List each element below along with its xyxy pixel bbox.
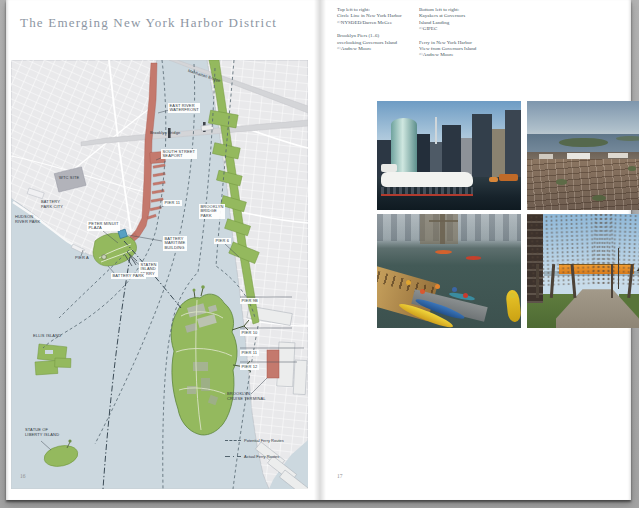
- warehouse-roof: [608, 153, 628, 158]
- map-label: PIER 10: [240, 330, 259, 336]
- caption-line: ©Andrew Moore: [419, 52, 497, 58]
- tugboat: [499, 174, 518, 181]
- person: [406, 280, 411, 285]
- caption-column-left: Top left to right:Circle Line in New Yor…: [337, 7, 415, 59]
- tugboat: [489, 177, 498, 181]
- park-patch: [556, 179, 568, 184]
- wheelhouse: [381, 164, 397, 172]
- rowhouse-blocks: [527, 159, 639, 210]
- photo-brooklyn-aerial: [527, 101, 639, 210]
- caption-block: Brooklyn Piers (1–6)overlooking Governor…: [337, 33, 415, 52]
- map-label: PIER 6: [214, 238, 231, 244]
- caption-column-right: Bottom left to right:Kayakers at Governo…: [419, 7, 497, 66]
- map-label: PIER A: [75, 256, 89, 261]
- scaffold-building: [420, 214, 457, 244]
- right-page: Top left to right:Circle Line in New Yor…: [320, 0, 631, 500]
- legend-row: Potential Ferry Routes: [225, 438, 284, 443]
- harbor-map: Manhattan BridgeEAST RIVER WATERFRONTBro…: [11, 60, 308, 489]
- spire: [435, 117, 438, 143]
- photo-circle-line-ferry: [377, 101, 521, 210]
- map-label: SOUTH STREET SEAPORT: [161, 149, 197, 159]
- map-label: Manhattan Bridge: [187, 69, 221, 84]
- caption-block: Top left to right:Circle Line in New Yor…: [337, 7, 415, 26]
- map-label: STATUE OF LIBERTY ISLAND: [25, 428, 59, 437]
- map-label: EAST RIVER WATERFRONT: [168, 103, 200, 113]
- legend-line-sample: [225, 456, 241, 457]
- caption-line: ©Andrew Moore: [337, 46, 415, 52]
- map-legend: Potential Ferry RoutesActual Ferry Route…: [225, 438, 284, 470]
- map-labels: Manhattan BridgeEAST RIVER WATERFRONTBro…: [11, 60, 308, 489]
- map-label: WTC SITE: [59, 176, 79, 181]
- map-label: BATTERY MARITIME BUILDING: [163, 236, 187, 251]
- legend-label: Actual Ferry Routes: [244, 454, 279, 459]
- map-label: PETER MINUIT PLAZA: [87, 221, 120, 231]
- map-label: ELLIS ISLAND: [33, 334, 61, 339]
- photo-island-street: [527, 214, 639, 328]
- hull: [381, 172, 473, 187]
- legend-label: Potential Ferry Routes: [244, 438, 284, 443]
- caption-block: Ferry in New York HarborView from Govern…: [419, 40, 497, 59]
- caption-block: Bottom left to right:Kayakers at Governo…: [419, 7, 497, 33]
- governors-island: [559, 138, 608, 148]
- legend-row: Actual Ferry Routes: [225, 454, 284, 459]
- person: [452, 287, 457, 292]
- map-label: BROOKLYN BRIDGE PARK: [199, 204, 225, 219]
- page-number-right: 17: [337, 473, 343, 479]
- left-page: The Emerging New York Harbor District: [6, 0, 319, 500]
- ferry-boat: [381, 164, 473, 189]
- person: [420, 289, 425, 294]
- legend-line-sample: [225, 440, 241, 441]
- photo-kayakers: [377, 214, 521, 328]
- tree-canopy: [591, 214, 639, 286]
- book-spread: The Emerging New York Harbor District: [6, 0, 631, 500]
- map-label: PIER 11: [240, 350, 259, 356]
- park-patch: [628, 166, 637, 170]
- red-stripe: [381, 194, 473, 196]
- map-label: HUDSON RIVER PARK: [15, 215, 40, 224]
- map-label: BROOKLYN CRUISE TERMINAL: [227, 392, 266, 401]
- map-label: PIER 11: [163, 200, 182, 206]
- kayak: [466, 256, 480, 259]
- map-label: Brooklyn Bridge: [150, 131, 181, 136]
- crane: [440, 214, 444, 244]
- caption-line: ©NYSDED/Darren McGee: [337, 20, 415, 26]
- page-number-left: 16: [20, 473, 26, 479]
- building: [472, 114, 492, 177]
- map-label: PIER 12: [240, 364, 259, 370]
- crane-arm: [429, 220, 458, 222]
- building: [505, 110, 521, 180]
- person: [435, 284, 440, 289]
- map-label: BATTERY PARK: [111, 273, 146, 279]
- page-title: The Emerging New York Harbor District: [20, 15, 277, 31]
- caption-line: ©GIPEC: [419, 26, 497, 32]
- map-label: PIER 9B: [240, 298, 259, 304]
- map-label: BATTERY PARK CITY: [41, 200, 63, 209]
- book-spread-stage: The Emerging New York Harbor District: [0, 0, 639, 508]
